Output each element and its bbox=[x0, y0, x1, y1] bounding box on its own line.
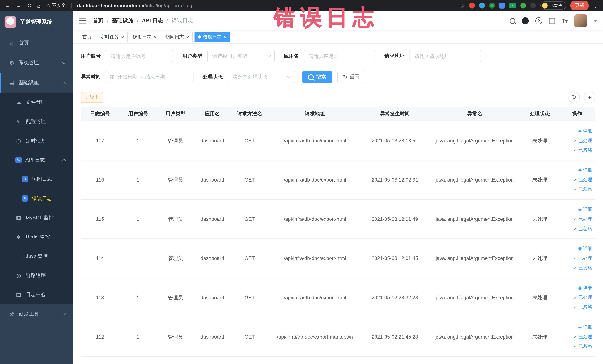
sidebar-item-java[interactable]: ☕ Java 监控 bbox=[0, 247, 73, 266]
close-icon[interactable]: × bbox=[224, 35, 227, 39]
tab-5[interactable]: 错误日志 × bbox=[195, 32, 230, 42]
sidebar-item-redis[interactable]: ❖ Redis 监控 bbox=[0, 227, 73, 247]
cell-app-name: dashboard bbox=[194, 278, 231, 317]
sidebar-item-api-log[interactable]: ✎ API 日志 bbox=[0, 150, 73, 170]
tab-label: 访问日志 bbox=[165, 34, 184, 40]
search-icon[interactable] bbox=[509, 18, 515, 23]
export-button[interactable]: ↓ 导出 bbox=[81, 92, 103, 103]
check-icon: ✓ bbox=[574, 217, 577, 221]
process-status-select[interactable]: 请选择处理状态 bbox=[228, 71, 295, 83]
sidebar-item-error-log[interactable]: ✎ 错误日志 bbox=[0, 189, 73, 208]
detail-link[interactable]: ◉详细 bbox=[560, 322, 592, 332]
chevron-down-icon[interactable] bbox=[594, 20, 597, 22]
extension-icon[interactable] bbox=[469, 3, 475, 9]
github-icon[interactable] bbox=[522, 17, 529, 24]
sidebar-item-access-log[interactable]: ✎ 访问日志 bbox=[0, 170, 73, 189]
forward-icon[interactable]: → bbox=[16, 2, 22, 9]
user-id-input[interactable] bbox=[106, 50, 173, 62]
sidebar-item-tasks[interactable]: ◷ 定时任务 bbox=[0, 131, 73, 150]
column-settings-button[interactable]: ⊞ bbox=[584, 92, 595, 103]
tab-2[interactable]: 定时任务 × bbox=[97, 32, 128, 42]
sidebar-item-infra[interactable]: ▤ 基础设施 bbox=[0, 73, 73, 93]
close-icon[interactable]: × bbox=[121, 35, 124, 39]
tab-3[interactable]: 调度日志 × bbox=[129, 32, 160, 42]
close-icon[interactable]: × bbox=[186, 35, 189, 39]
eye-icon: ◉ bbox=[578, 129, 582, 133]
processed-link[interactable]: ✓已处理 bbox=[560, 254, 592, 263]
app-name-input[interactable] bbox=[304, 50, 375, 62]
tab-label: 错误日志 bbox=[203, 34, 221, 40]
reset-button[interactable]: ↻ 重置 bbox=[337, 71, 365, 83]
breadcrumb-link[interactable]: 基础设施 bbox=[112, 17, 133, 23]
ignored-link[interactable]: ✓已忽略 bbox=[560, 145, 592, 155]
column-header: 请求地址 bbox=[269, 107, 361, 121]
detail-link[interactable]: ◉详细 bbox=[560, 126, 592, 136]
sidebar-item-system[interactable]: ⚙ 系统管理 bbox=[0, 53, 73, 73]
fullscreen-icon[interactable] bbox=[549, 17, 555, 24]
sidebar-item-devtools[interactable]: ⚒ 研发工具 bbox=[0, 304, 73, 324]
extension-icon[interactable] bbox=[530, 3, 536, 9]
cell-user-id: 1 bbox=[119, 278, 157, 317]
processed-link[interactable]: ✓已处理 bbox=[560, 293, 592, 303]
breadcrumb-link[interactable]: 首页 bbox=[93, 17, 104, 23]
ignored-link[interactable]: ✓已忽略 bbox=[560, 185, 592, 194]
cell-actions: ◉详细 ✓已处理 ✓已忽略 bbox=[559, 278, 595, 317]
address-bar[interactable]: dashboard.yudao.iocoder.cn/infra/log/api… bbox=[77, 3, 192, 8]
extension-icon[interactable] bbox=[520, 3, 526, 9]
processed-link[interactable]: ✓已处理 bbox=[560, 175, 592, 185]
detail-link[interactable]: ◉详细 bbox=[560, 205, 592, 214]
sidebar-item-config[interactable]: ✎ 配置管理 bbox=[0, 112, 73, 131]
detail-link[interactable]: ◉详细 bbox=[560, 283, 592, 293]
request-url-input[interactable] bbox=[409, 50, 481, 62]
back-icon[interactable]: ← bbox=[5, 2, 10, 9]
hamburger-icon[interactable] bbox=[79, 17, 86, 24]
ignored-link[interactable]: ✓已忽略 bbox=[560, 224, 592, 234]
breadcrumb-link[interactable]: API 日志 bbox=[142, 17, 163, 23]
logo[interactable]: 芋道管理系统 bbox=[0, 11, 73, 33]
security-indicator[interactable]: ⚠ 不安全 bbox=[46, 2, 66, 9]
detail-link[interactable]: ◉详细 bbox=[560, 165, 592, 175]
sidebar-item-files[interactable]: ☁ 文件管理 bbox=[0, 93, 73, 112]
table-row: 112 1 管理员 dashboard GET /api/infra/db-do… bbox=[81, 317, 595, 357]
profile-badge[interactable]: 已暂停 bbox=[540, 1, 566, 10]
sidebar-item-log-center[interactable]: ▤ 日志中心 bbox=[0, 285, 73, 304]
home-icon[interactable]: ⌂ bbox=[37, 2, 41, 9]
select-placeholder: 请选择处理状态 bbox=[233, 73, 268, 80]
extension-icon[interactable] bbox=[499, 3, 505, 9]
search-button[interactable]: 搜索 bbox=[302, 71, 332, 83]
sidebar-item-home[interactable]: ⌂ 首页 bbox=[0, 33, 73, 53]
ignored-link[interactable]: ✓已忽略 bbox=[560, 341, 592, 351]
reload-icon[interactable]: ↻ bbox=[27, 2, 32, 9]
extension-on-icon[interactable]: on bbox=[509, 3, 516, 8]
processed-link[interactable]: ✓已处理 bbox=[560, 136, 592, 145]
ignored-link[interactable]: ✓已忽略 bbox=[560, 263, 592, 273]
processed-link[interactable]: ✓已处理 bbox=[560, 332, 592, 341]
processed-link[interactable]: ✓已处理 bbox=[560, 214, 592, 224]
user-type-select[interactable]: 请选择用户类型 bbox=[207, 50, 275, 62]
config-icon: ✎ bbox=[15, 118, 22, 125]
sidebar-item-trace[interactable]: ◎ 链路追踪 bbox=[0, 266, 73, 285]
url-domain: dashboard.yudao.iocoder.cn bbox=[77, 3, 145, 8]
update-button[interactable]: 更新 bbox=[570, 1, 589, 10]
exception-time-range[interactable]: ▦ 开始日期 - 结束日期 bbox=[106, 71, 194, 83]
cell-method: GET bbox=[231, 200, 269, 239]
close-icon[interactable]: × bbox=[154, 35, 157, 39]
extension-icon[interactable] bbox=[479, 3, 485, 9]
menu-kebab-icon[interactable]: ⋮ bbox=[593, 2, 598, 9]
ignored-link[interactable]: ✓已忽略 bbox=[560, 303, 592, 312]
font-size-icon[interactable]: TT bbox=[562, 17, 568, 24]
cell-user-type: 管理员 bbox=[157, 160, 194, 200]
avatar[interactable] bbox=[574, 14, 587, 27]
tab-4[interactable]: 访问日志 × bbox=[162, 32, 193, 42]
search-button-label: 搜索 bbox=[316, 73, 326, 80]
cell-request-url: /api/infra/db-doc/export-markdown bbox=[269, 317, 361, 357]
detail-link[interactable]: ◉详细 bbox=[560, 244, 592, 254]
sidebar-item-mysql[interactable]: ▦ MySQL 监控 bbox=[0, 208, 73, 227]
breadcrumb-separator: / bbox=[166, 18, 168, 24]
bookmark-star-icon[interactable]: ☆ bbox=[460, 2, 465, 9]
eye-icon: ◉ bbox=[578, 246, 582, 251]
refresh-button[interactable]: ↻ bbox=[568, 92, 580, 103]
extension-icon[interactable] bbox=[489, 3, 495, 9]
help-icon[interactable]: ? bbox=[535, 17, 542, 24]
tab-1[interactable]: 首页 bbox=[79, 32, 95, 42]
